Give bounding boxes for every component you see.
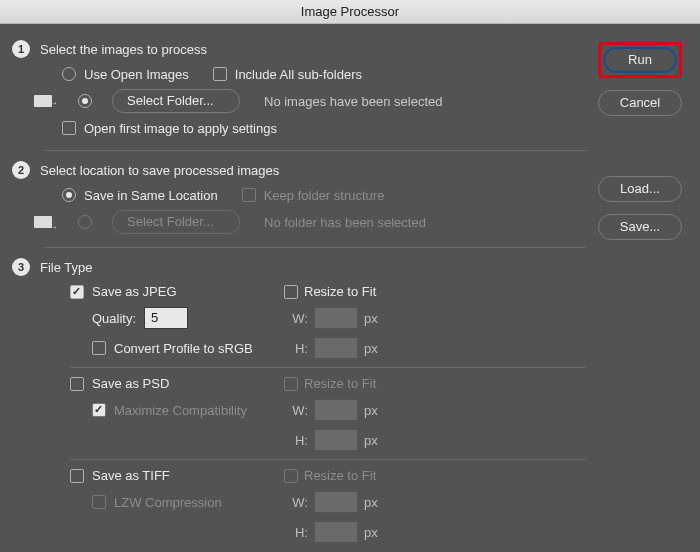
label-px: px [364, 495, 378, 510]
input-jpeg-quality[interactable]: 5 [144, 307, 188, 329]
label-px: px [364, 433, 378, 448]
load-button[interactable]: Load... [598, 176, 682, 202]
label-px: px [364, 403, 378, 418]
input-tiff-w [314, 491, 358, 513]
label-use-open-images: Use Open Images [84, 67, 189, 82]
label-h: H: [284, 525, 308, 540]
checkbox-lzw [92, 495, 106, 509]
label-psd-resize: Resize to Fit [304, 376, 376, 391]
label-w: W: [284, 495, 308, 510]
label-h: H: [284, 433, 308, 448]
save-select-folder-button: Select Folder... [112, 210, 240, 234]
checkbox-maximize-compat [92, 403, 106, 417]
status-no-folder: No folder has been selected [264, 215, 426, 230]
section-file-type: 3 File Type Save as JPEG Resize to Fit Q… [0, 252, 600, 552]
label-save-same-location: Save in Same Location [84, 188, 218, 203]
select-folder-button[interactable]: Select Folder... [112, 89, 240, 113]
input-jpeg-h [314, 337, 358, 359]
divider [44, 247, 586, 248]
checkbox-open-first-image[interactable] [62, 121, 76, 135]
step-badge-2: 2 [12, 161, 30, 179]
divider [70, 459, 586, 460]
input-tiff-h [314, 521, 358, 543]
label-keep-folder-structure: Keep folder structure [264, 188, 385, 203]
checkbox-tiff-resize [284, 469, 298, 483]
label-save-psd: Save as PSD [92, 376, 169, 391]
radio-use-open-images[interactable] [62, 67, 76, 81]
radio-save-same-location[interactable] [62, 188, 76, 202]
checkbox-save-jpeg[interactable] [70, 285, 84, 299]
section-title: Select the images to process [40, 42, 207, 57]
checkbox-save-psd[interactable] [70, 377, 84, 391]
label-px: px [364, 525, 378, 540]
label-w: W: [284, 311, 308, 326]
section-title: File Type [40, 260, 93, 275]
step-badge-1: 1 [12, 40, 30, 58]
checkbox-jpeg-resize[interactable] [284, 285, 298, 299]
divider [44, 150, 586, 151]
label-px: px [364, 341, 378, 356]
action-buttons: Run Cancel Load... Save... [598, 42, 682, 240]
checkbox-save-tiff[interactable] [70, 469, 84, 483]
label-h: H: [284, 341, 308, 356]
label-open-first-image: Open first image to apply settings [84, 121, 277, 136]
section-save-location: 2 Select location to save processed imag… [0, 155, 600, 243]
label-quality: Quality: [92, 311, 136, 326]
input-psd-h [314, 429, 358, 451]
label-w: W: [284, 403, 308, 418]
input-jpeg-w [314, 307, 358, 329]
folder-icon [34, 214, 56, 230]
run-button[interactable]: Run [603, 47, 677, 73]
cancel-button[interactable]: Cancel [598, 90, 682, 116]
label-convert-srgb: Convert Profile to sRGB [114, 341, 253, 356]
label-jpeg-resize: Resize to Fit [304, 284, 376, 299]
checkbox-keep-folder-structure [242, 188, 256, 202]
section-select-images: 1 Select the images to process Use Open … [0, 34, 600, 146]
label-save-tiff: Save as TIFF [92, 468, 170, 483]
radio-select-folder[interactable] [78, 94, 92, 108]
label-maximize-compat: Maximize Compatibility [114, 403, 247, 418]
window-title: Image Processor [0, 0, 700, 24]
step-badge-3: 3 [12, 258, 30, 276]
label-tiff-resize: Resize to Fit [304, 468, 376, 483]
label-include-subfolders: Include All sub-folders [235, 67, 362, 82]
section-title: Select location to save processed images [40, 163, 279, 178]
label-lzw: LZW Compression [114, 495, 222, 510]
checkbox-convert-srgb[interactable] [92, 341, 106, 355]
label-px: px [364, 311, 378, 326]
run-highlight: Run [598, 42, 682, 78]
input-psd-w [314, 399, 358, 421]
radio-save-select-folder[interactable] [78, 215, 92, 229]
checkbox-include-subfolders[interactable] [213, 67, 227, 81]
divider [70, 367, 586, 368]
folder-icon [34, 93, 56, 109]
checkbox-psd-resize [284, 377, 298, 391]
save-button[interactable]: Save... [598, 214, 682, 240]
label-save-jpeg: Save as JPEG [92, 284, 177, 299]
status-no-images: No images have been selected [264, 94, 443, 109]
